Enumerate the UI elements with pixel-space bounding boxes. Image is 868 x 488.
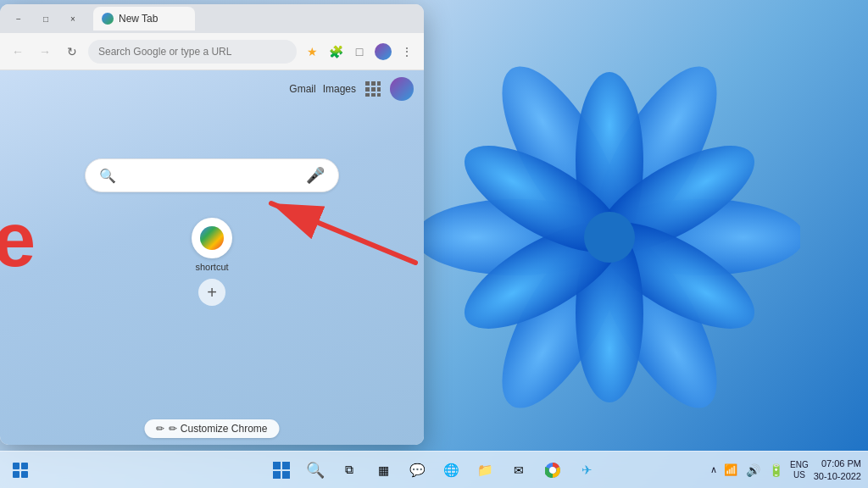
add-shortcut-icon: + [198, 279, 225, 306]
language-indicator[interactable]: ENG US [790, 460, 809, 480]
svg-rect-15 [365, 81, 370, 86]
shortcut-circle [192, 218, 232, 258]
user-avatar[interactable] [390, 77, 414, 101]
task-view-button[interactable]: ⧉ [334, 455, 364, 485]
newtab-page: Gmail Images [0, 70, 424, 445]
refresh-button[interactable]: ↻ [61, 41, 83, 63]
file-explorer-button[interactable]: 📁 [470, 455, 500, 485]
customize-chrome-button[interactable]: ✏ ✏ Customize Chrome [144, 419, 279, 438]
widgets-button[interactable]: ▦ [368, 455, 398, 485]
address-input[interactable] [88, 40, 297, 64]
mic-icon[interactable]: 🎤 [306, 166, 325, 185]
profile-icon[interactable] [373, 42, 393, 62]
telegram-button[interactable]: ✈ [571, 455, 602, 485]
window-controls: − □ × [7, 9, 85, 28]
svg-rect-23 [377, 93, 381, 97]
chrome-taskbar-button[interactable] [537, 455, 568, 485]
chrome-taskbar-icon [13, 463, 28, 478]
battery-icon[interactable]: 🔋 [767, 462, 785, 479]
chrome-menu-button[interactable]: ⋮ [397, 42, 417, 62]
edge-button[interactable]: 🌐 [436, 455, 466, 485]
mail-button[interactable]: ✉ [504, 455, 534, 485]
back-button[interactable]: ← [7, 41, 29, 63]
win11-wallpaper-flower [419, 17, 800, 458]
clock-time: 07:06 PM [814, 458, 861, 469]
search-icon: 🔍 [99, 168, 116, 184]
taskbar-system-tray: ∧ 📶 🔊 🔋 ENG US 07:06 PM 30-10-2022 [710, 458, 868, 482]
svg-point-30 [550, 467, 556, 473]
minimize-button[interactable]: − [7, 9, 31, 28]
maximize-button[interactable]: □ [34, 9, 58, 28]
forward-button[interactable]: → [34, 41, 56, 63]
search-container: 🔍 🎤 [85, 158, 339, 209]
pencil-icon: ✏ [156, 423, 164, 435]
google-header-bar: Gmail Images [0, 70, 424, 108]
address-bar: ← → ↻ ★ 🧩 □ ⋮ [0, 33, 424, 70]
images-link[interactable]: Images [323, 83, 356, 95]
sound-icon[interactable]: 🔊 [744, 462, 762, 479]
svg-rect-16 [371, 81, 376, 86]
tab-favicon [102, 13, 114, 25]
chat-button[interactable]: 💬 [402, 455, 432, 485]
shortcuts-section: shortcut + [192, 218, 232, 306]
address-icons: ★ 🧩 □ ⋮ [302, 42, 417, 62]
shortcut-item[interactable]: shortcut [192, 218, 232, 272]
svg-point-12 [584, 212, 635, 263]
lang-line1: ENG [790, 460, 809, 470]
google-apps-button[interactable] [363, 79, 383, 99]
add-shortcut-button[interactable]: + [198, 279, 225, 306]
svg-rect-21 [365, 93, 370, 97]
google-logo-partial: e [0, 202, 36, 278]
google-search-bar[interactable]: 🔍 🎤 [85, 158, 339, 192]
customize-label: ✏ Customize Chrome [169, 423, 267, 435]
wifi-icon[interactable]: 📶 [722, 462, 739, 478]
svg-rect-20 [377, 87, 381, 92]
tray-expand-button[interactable]: ∧ [710, 464, 717, 475]
svg-rect-22 [371, 93, 376, 97]
gmail-link[interactable]: Gmail [289, 83, 315, 95]
taskbar-left [0, 455, 36, 485]
active-tab[interactable]: New Tab [93, 7, 195, 30]
svg-rect-25 [282, 462, 290, 469]
lang-line2: US [790, 470, 809, 480]
svg-rect-26 [273, 471, 281, 479]
clock-date: 30-10-2022 [814, 470, 861, 482]
taskbar-search-button[interactable]: 🔍 [300, 455, 331, 485]
start-button[interactable] [266, 455, 297, 485]
shortcut-label: shortcut [195, 262, 228, 272]
tab-label: New Tab [119, 13, 158, 25]
close-button[interactable]: × [61, 9, 85, 28]
taskbar-center-icons: 🔍 ⧉ ▦ 💬 🌐 📁 ✉ ✈ [266, 455, 602, 485]
svg-rect-17 [377, 81, 381, 86]
svg-rect-18 [365, 87, 370, 92]
svg-rect-27 [282, 471, 290, 479]
title-bar: − □ × New Tab [0, 4, 424, 33]
browser-window: − □ × New Tab ← → ↻ ★ 🧩 □ ⋮ [0, 4, 424, 445]
newtab-inner: Gmail Images [0, 70, 424, 445]
extensions-icon[interactable]: 🧩 [326, 42, 346, 62]
taskbar: 🔍 ⧉ ▦ 💬 🌐 📁 ✉ ✈ ∧ 📶 🔊 🔋 [0, 451, 868, 488]
svg-rect-24 [273, 462, 281, 469]
search-input[interactable] [123, 169, 299, 182]
taskbar-chrome-indicator[interactable] [5, 455, 36, 485]
screenshot-icon[interactable]: □ [349, 42, 370, 62]
svg-rect-19 [371, 87, 376, 92]
bookmark-star-icon[interactable]: ★ [302, 42, 322, 62]
system-clock[interactable]: 07:06 PM 30-10-2022 [814, 458, 861, 482]
